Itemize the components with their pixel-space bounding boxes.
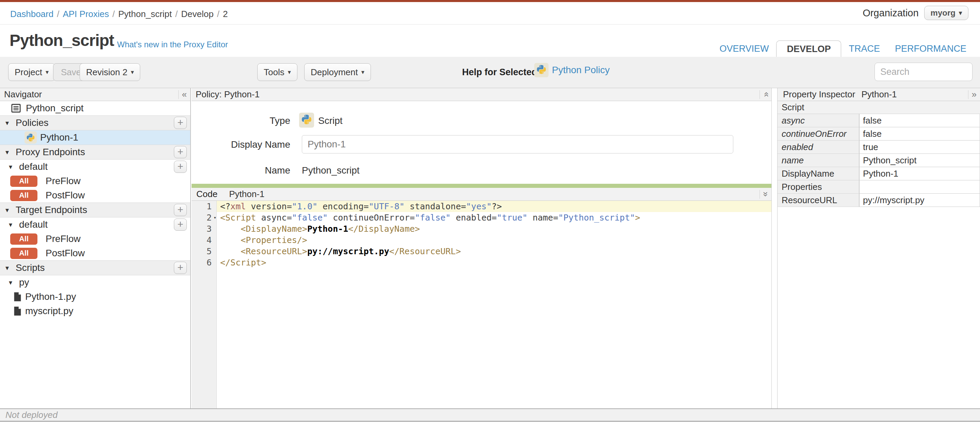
property-row-name: namePython_script [778, 154, 980, 167]
breadcrumb-separator: / [53, 9, 63, 19]
fold-arrow-icon[interactable]: ▾ [214, 212, 216, 223]
property-key: async [778, 114, 859, 127]
proxy-doc-icon [10, 102, 22, 114]
tab-performance[interactable]: PERFORMANCE [888, 40, 974, 57]
nav-flow-preflow[interactable]: AllPreFlow [0, 232, 190, 246]
add-button[interactable]: + [174, 161, 187, 173]
breadcrumb-separator: / [109, 9, 118, 19]
display-name-input[interactable] [302, 135, 733, 153]
nav-section-policies[interactable]: ▾Policies+ [0, 115, 190, 131]
nav-flow-postflow[interactable]: AllPostFlow [0, 246, 190, 260]
tab-overview[interactable]: OVERVIEW [712, 40, 776, 57]
property-value[interactable]: false [859, 127, 980, 140]
tools-dropdown[interactable]: Tools▾ [257, 63, 298, 81]
property-value[interactable]: Python_script [859, 154, 980, 167]
nav-label: default [19, 161, 48, 172]
nav-label: Python-1 [40, 132, 78, 143]
expand-arrow-icon[interactable]: ▾ [5, 148, 9, 156]
nav-sub-py[interactable]: ▾py [0, 275, 190, 290]
property-key: continueOnError [778, 127, 859, 140]
add-button[interactable]: + [174, 204, 187, 216]
nav-label: Python-1.py [25, 291, 76, 302]
property-value[interactable]: Python-1 [859, 167, 980, 180]
property-key: DisplayName [778, 167, 859, 180]
policy-detail-panel: Policy: Python-1 » Type Script Display N… [192, 88, 772, 408]
tab-develop[interactable]: DEVELOP [776, 40, 841, 57]
collapse-code-panel-button[interactable]: » [759, 190, 772, 199]
property-inspector-header: Property Inspector Python-1 » [778, 88, 980, 101]
code-panel-header: Code Python-1 » [192, 188, 772, 201]
code-line-5[interactable]: 5 <ResourceURL>py://myscript.py</Resourc… [192, 246, 772, 257]
chevron-down-icon: ▾ [361, 68, 364, 76]
expand-arrow-icon[interactable]: ▾ [5, 264, 9, 272]
nav-sub-default[interactable]: ▾default+ [0, 159, 190, 174]
breadcrumb-item-develop: Develop [181, 9, 213, 19]
expand-arrow-icon[interactable]: ▾ [5, 206, 9, 214]
chevron-down-icon: ▾ [959, 9, 962, 17]
organization-dropdown[interactable]: myorg ▾ [924, 6, 969, 20]
property-inspector-subtitle: Python-1 [861, 89, 897, 100]
property-value[interactable] [859, 180, 980, 194]
code-line-2[interactable]: 2▾<Script async="false" continueOnError=… [192, 212, 772, 223]
add-button[interactable]: + [174, 117, 187, 129]
breadcrumb-item-api-proxies[interactable]: API Proxies [63, 9, 109, 19]
nav-flow-preflow[interactable]: AllPreFlow [0, 174, 190, 188]
revision-dropdown[interactable]: Revision 2▾ [80, 63, 140, 81]
property-value[interactable]: true [859, 140, 980, 154]
collapse-policy-panel-button[interactable]: » [759, 90, 772, 99]
property-key: Properties [778, 180, 859, 194]
policy-help-link-group[interactable]: Python Policy [534, 63, 610, 77]
expand-arrow-icon[interactable]: ▾ [5, 119, 9, 127]
nav-label: PreFlow [46, 175, 81, 186]
line-number: 3 [192, 223, 217, 234]
python-policy-link[interactable]: Python Policy [552, 65, 610, 76]
nav-item-python-1[interactable]: Python-1 [0, 131, 190, 145]
nav-section-scripts[interactable]: ▾Scripts+ [0, 260, 190, 275]
chevron-down-icon: ▾ [46, 68, 49, 76]
nav-item-python-1-py[interactable]: Python-1.py [0, 290, 190, 304]
navigator-header: Navigator « [0, 88, 190, 101]
project-button[interactable]: Project▾ [8, 63, 55, 81]
code-lines: 1<?xml version="1.0" encoding="UTF-8" st… [192, 201, 772, 268]
code-text: <?xml version="1.0" encoding="UTF-8" sta… [217, 201, 772, 212]
deployment-dropdown[interactable]: Deployment▾ [304, 63, 371, 81]
property-value[interactable]: py://myscript.py [859, 194, 980, 207]
nav-sub-default[interactable]: ▾default+ [0, 217, 190, 232]
nav-item-python-script[interactable]: Python_script [0, 101, 190, 115]
search-input[interactable] [875, 63, 972, 81]
property-row-resourceurl: ResourceURLpy://myscript.py [778, 194, 980, 207]
expand-arrow-icon[interactable]: ▾ [9, 163, 12, 171]
nav-section-proxy-endpoints[interactable]: ▾Proxy Endpoints+ [0, 145, 190, 159]
property-key: ResourceURL [778, 194, 859, 207]
add-button[interactable]: + [174, 262, 187, 274]
tab-trace[interactable]: TRACE [841, 40, 888, 57]
add-button[interactable]: + [174, 218, 187, 231]
code-editor[interactable]: 1<?xml version="1.0" encoding="UTF-8" st… [192, 201, 772, 408]
type-label: Type [192, 115, 290, 126]
nav-label: Policies [16, 118, 48, 128]
whats-new-link[interactable]: What's new in the Proxy Editor [117, 40, 228, 49]
code-line-3[interactable]: 3 <DisplayName>Python-1</DisplayName> [192, 223, 772, 234]
code-line-6[interactable]: 6</Script> [192, 257, 772, 268]
nav-flow-postflow[interactable]: AllPostFlow [0, 188, 190, 202]
line-number: 4 [192, 234, 217, 246]
code-text: <DisplayName>Python-1</DisplayName> [217, 223, 772, 234]
breadcrumb-item-dashboard[interactable]: Dashboard [10, 9, 53, 19]
code-text: </Script> [217, 257, 772, 268]
policy-panel-header: Policy: Python-1 » [192, 88, 772, 101]
add-button[interactable]: + [174, 146, 187, 158]
flow-condition-badge: All [10, 248, 37, 259]
code-line-1[interactable]: 1<?xml version="1.0" encoding="UTF-8" st… [192, 201, 772, 212]
nav-label: py [19, 277, 29, 288]
collapse-property-inspector-button[interactable]: » [968, 90, 980, 99]
nav-item-myscript-py[interactable]: myscript.py [0, 304, 190, 318]
toolbar: Project▾ Save Revision 2▾ Tools▾ Deploym… [0, 57, 980, 88]
property-value[interactable]: false [859, 114, 980, 127]
expand-arrow-icon[interactable]: ▾ [9, 221, 12, 229]
horizontal-splitter[interactable] [192, 184, 772, 188]
nav-section-target-endpoints[interactable]: ▾Target Endpoints+ [0, 202, 190, 217]
expand-arrow-icon[interactable]: ▾ [9, 279, 12, 287]
collapse-navigator-button[interactable]: « [178, 90, 190, 99]
breadcrumb-separator: / [172, 9, 181, 19]
code-line-4[interactable]: 4 <Properties/> [192, 234, 772, 246]
